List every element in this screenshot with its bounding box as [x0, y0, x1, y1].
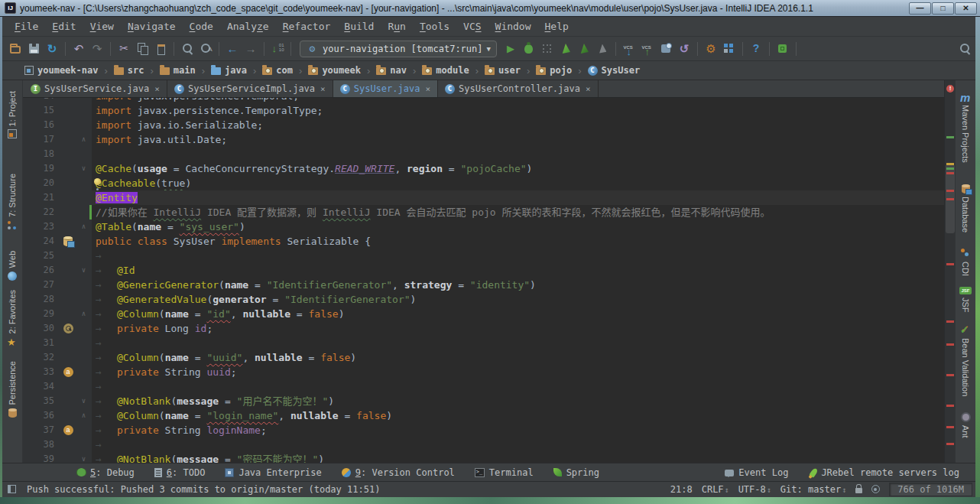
attribute-gutter-icon[interactable]: a	[63, 425, 73, 435]
tool-window-button-maven-projects[interactable]: Maven Projects	[960, 88, 971, 166]
menu-view[interactable]: View	[83, 18, 121, 34]
toolbar-button-replace[interactable]	[196, 40, 215, 58]
toolbar-button-help[interactable]	[747, 40, 765, 58]
fold-marker[interactable]	[78, 147, 89, 161]
fold-marker[interactable]	[78, 379, 89, 394]
minimize-button[interactable]: —	[909, 2, 931, 15]
code-line-29[interactable]: 29∧→@Column(name = "id", nullable = fals…	[23, 307, 944, 321]
tool-window-button-web[interactable]: Web	[8, 248, 17, 283]
fold-marker[interactable]: ∨	[78, 263, 89, 278]
toolbar-button-copy[interactable]	[133, 40, 151, 58]
tool-window-button-terminal[interactable]: Terminal	[465, 467, 544, 478]
intention-bulb-icon[interactable]	[94, 178, 101, 185]
memory-indicator[interactable]: 766 of 1016M	[889, 483, 972, 496]
id-attribute-gutter-icon[interactable]	[63, 324, 73, 333]
fold-marker[interactable]	[78, 365, 89, 379]
fold-marker[interactable]: ∨	[78, 394, 89, 408]
toolbar-button-vcs-update[interactable]	[620, 40, 638, 58]
toolbar-button-jrebel-run[interactable]	[557, 40, 575, 58]
close-tab-icon[interactable]: ×	[320, 84, 326, 94]
error-stripe-mark[interactable]	[946, 198, 954, 200]
toolbar-button-find[interactable]	[178, 40, 196, 58]
toolbar-button-revert[interactable]	[675, 40, 693, 58]
error-stripe-mark[interactable]	[946, 374, 954, 376]
toolbar-button-paste[interactable]	[151, 40, 170, 58]
fold-marker[interactable]	[78, 118, 89, 132]
menu-window[interactable]: Window	[488, 18, 538, 34]
close-button[interactable]: ✕	[955, 2, 977, 15]
toolbar-button-forward[interactable]	[242, 40, 260, 58]
fold-marker[interactable]: ∨	[78, 161, 89, 176]
tool-window-button-database[interactable]: Database	[961, 181, 970, 236]
tool-window-button-2-favorites[interactable]: 2: Favorites	[7, 287, 18, 350]
error-stripe-mark[interactable]	[946, 167, 954, 170]
tool-window-button-spring[interactable]: Spring	[544, 467, 609, 478]
line-ending-selector[interactable]: CRLF↕	[702, 484, 729, 495]
tool-window-button-event-log[interactable]: Event Log	[715, 467, 798, 478]
code-line-15[interactable]: 15import javax.persistence.TemporalType;	[23, 103, 944, 118]
tool-window-toggle-icon[interactable]	[8, 485, 16, 493]
code-line-31[interactable]: 31→	[23, 336, 944, 350]
menu-code[interactable]: Code	[183, 18, 220, 34]
toolbar-button-back[interactable]	[223, 40, 242, 58]
tool-window-button-cdi[interactable]: CDI	[960, 245, 971, 279]
fold-marker[interactable]	[78, 292, 89, 307]
toolbar-button-save-all[interactable]	[24, 40, 43, 58]
breadcrumb-main[interactable]: main	[157, 63, 199, 77]
fold-marker[interactable]	[78, 103, 89, 118]
fold-marker[interactable]	[78, 205, 89, 219]
tool-window-button-ant[interactable]: Ant	[961, 409, 971, 441]
run-configuration-select[interactable]: your-navigation [tomcat7:run]▼	[300, 41, 497, 57]
database-table-gutter-icon[interactable]	[63, 236, 73, 246]
toolbar-button-redo[interactable]	[88, 40, 106, 58]
error-stripe-scrollbar[interactable]: !	[944, 80, 955, 463]
menu-analyze[interactable]: Analyze	[220, 18, 276, 34]
breadcrumb-youmeek[interactable]: youmeek	[305, 63, 364, 77]
tool-window-button-jsf[interactable]: JSFJSF	[959, 284, 972, 316]
tool-window-button-jrebel-remote-servers-log[interactable]: JRebel remote servers log	[798, 467, 969, 478]
code-editor[interactable]: 14import javax.persistence.Temporal;15im…	[23, 98, 944, 463]
tool-window-button-9-version-control[interactable]: 9: Version Control	[332, 467, 465, 478]
error-stripe-mark[interactable]	[946, 190, 954, 192]
tool-window-button-persistence[interactable]: Persistence	[8, 358, 17, 420]
toolbar-button-shelve[interactable]	[657, 40, 675, 58]
breadcrumb-module[interactable]: module	[419, 63, 472, 77]
toolbar-button-cut[interactable]	[115, 40, 133, 58]
breadcrumb-youmeek-nav[interactable]: youmeek-nav	[21, 63, 101, 77]
code-line-35[interactable]: 35∨→@NotBlank(message = "用户名不能为空！")	[23, 394, 944, 408]
error-stripe-mark[interactable]	[946, 405, 954, 407]
code-line-37[interactable]: 37a→private String loginName;	[23, 423, 944, 437]
code-line-34[interactable]: 34→	[23, 379, 944, 394]
fold-marker[interactable]	[78, 321, 89, 336]
encoding-selector[interactable]: UTF-8↕	[738, 484, 771, 495]
error-stripe-mark[interactable]	[946, 172, 954, 174]
toolbar-button-coverage[interactable]	[538, 40, 557, 58]
fold-marker[interactable]	[78, 190, 89, 205]
toolbar-button-plugin[interactable]	[774, 40, 792, 58]
fold-marker[interactable]	[78, 249, 89, 263]
tool-window-button-bean-validation[interactable]: Bean Validation	[960, 321, 971, 399]
menu-edit[interactable]: Edit	[45, 18, 83, 34]
code-line-22[interactable]: 22//如果你在 IntelliJ IDEA 配置了数据源，则 IntelliJ…	[23, 205, 944, 219]
code-line-38[interactable]: 38→	[23, 437, 944, 452]
breadcrumb-user[interactable]: user	[482, 63, 524, 77]
menu-vcs[interactable]: VCS	[456, 18, 488, 34]
menu-file[interactable]: File	[8, 18, 45, 34]
close-tab-icon[interactable]: ×	[425, 84, 430, 94]
fold-marker[interactable]	[78, 278, 89, 292]
toolbar-button-run[interactable]	[501, 40, 520, 58]
attribute-gutter-icon[interactable]: a	[63, 367, 73, 377]
code-line-39[interactable]: 39∨→@NotBlank(message = "密码不能为空！")	[23, 452, 944, 463]
code-line-30[interactable]: 30→private Long id;	[23, 321, 944, 336]
code-line-19[interactable]: 19∨@Cache(usage = CacheConcurrencyStrate…	[23, 161, 944, 176]
toolbar-button-debug[interactable]	[520, 40, 538, 58]
fold-marker[interactable]: ∧	[78, 307, 89, 321]
search-everywhere-button[interactable]	[956, 40, 974, 58]
code-line-17[interactable]: 17∧import java.util.Date;	[23, 132, 944, 147]
tab-SysUserServiceImpl.java[interactable]: CSysUserServiceImpl.java×	[167, 80, 333, 97]
menu-navigate[interactable]: Navigate	[121, 18, 183, 34]
code-line-24[interactable]: 24public class SysUser implements Serial…	[23, 234, 944, 249]
toolbar-button-jrebel-profile[interactable]	[593, 40, 612, 58]
menu-run[interactable]: Run	[381, 18, 412, 34]
menu-help[interactable]: Help	[538, 18, 576, 34]
